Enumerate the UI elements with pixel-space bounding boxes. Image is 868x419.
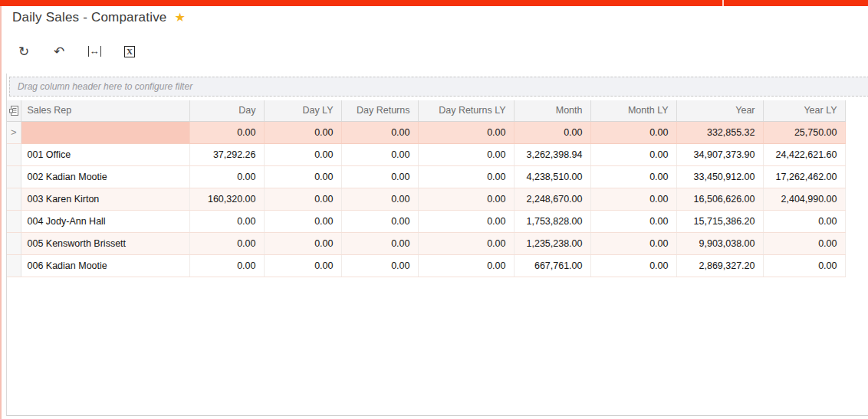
cell-year[interactable]: 332,855.32 — [676, 121, 763, 143]
favorite-star-icon[interactable]: ★ — [175, 11, 186, 24]
cell-monthLy[interactable]: 0.00 — [590, 143, 676, 165]
column-header-dayReturnsLy[interactable]: Day Returns LY — [418, 100, 514, 121]
cell-dayReturns[interactable]: 0.00 — [341, 165, 418, 188]
row-selector-cell[interactable] — [7, 143, 21, 165]
cell-day[interactable]: 0.00 — [189, 121, 264, 143]
table-row[interactable]: 005 Kensworth Brissett0.000.000.000.001,… — [7, 232, 845, 254]
cell-monthLy[interactable]: 0.00 — [590, 188, 676, 210]
cell-month[interactable]: 1,753,828.00 — [514, 210, 590, 232]
notes-column-header[interactable] — [7, 100, 21, 121]
row-selector-cell[interactable] — [7, 188, 21, 210]
cell-yearLy[interactable]: 0.00 — [763, 210, 845, 232]
cell-day[interactable]: 160,320.00 — [189, 188, 264, 210]
column-header-yearLy[interactable]: Year LY — [763, 100, 845, 121]
row-selector-cell[interactable] — [7, 210, 21, 232]
cell-month[interactable]: 3,262,398.94 — [514, 143, 590, 165]
cell-dayReturns[interactable]: 0.00 — [341, 254, 418, 277]
cell-dayLy[interactable]: 0.00 — [264, 210, 341, 232]
cell-salesRep[interactable] — [21, 121, 189, 143]
cell-dayReturnsLy[interactable]: 0.00 — [418, 121, 514, 143]
cell-dayLy[interactable]: 0.00 — [264, 143, 341, 165]
topbar-divider — [722, 0, 724, 6]
cell-year[interactable]: 34,907,373.90 — [676, 143, 763, 165]
cell-dayReturnsLy[interactable]: 0.00 — [418, 165, 514, 188]
fit-width-icon: ↔ — [88, 46, 101, 57]
cell-monthLy[interactable]: 0.00 — [590, 165, 676, 188]
cell-yearLy[interactable]: 17,262,462.00 — [763, 165, 845, 188]
table-row[interactable]: 003 Karen Kirton160,320.000.000.000.002,… — [7, 188, 845, 210]
cell-dayReturns[interactable]: 0.00 — [341, 188, 418, 210]
cell-day[interactable]: 0.00 — [189, 210, 264, 232]
cell-dayReturns[interactable]: 0.00 — [341, 210, 418, 232]
cell-yearLy[interactable]: 24,422,621.60 — [763, 143, 845, 165]
column-header-dayLy[interactable]: Day LY — [264, 100, 341, 121]
column-header-salesRep[interactable]: Sales Rep — [21, 100, 189, 121]
cancel-button[interactable]: ↶ — [51, 43, 67, 60]
cell-day[interactable]: 0.00 — [189, 254, 264, 277]
cell-salesRep[interactable]: 003 Karen Kirton — [21, 188, 189, 210]
cell-month[interactable]: 0.00 — [514, 121, 590, 143]
cell-salesRep[interactable]: 001 Office — [21, 143, 189, 165]
table-row[interactable]: 001 Office37,292.260.000.000.003,262,398… — [7, 143, 845, 165]
left-edge-strip — [0, 6, 2, 419]
row-selector-cell[interactable]: > — [7, 121, 21, 143]
filter-drop-zone[interactable]: Drag column header here to configure fil… — [9, 77, 868, 97]
table-row[interactable]: 002 Kadian Mootie0.000.000.000.004,238,5… — [7, 165, 845, 188]
grid-body: >0.000.000.000.000.000.00332,855.3225,75… — [7, 121, 845, 277]
cell-day[interactable]: 0.00 — [189, 165, 264, 188]
column-header-dayReturns[interactable]: Day Returns — [341, 100, 418, 121]
refresh-button[interactable]: ↻ — [15, 43, 32, 60]
cell-salesRep[interactable]: 006 Kadian Mootie — [21, 254, 189, 277]
cell-dayLy[interactable]: 0.00 — [264, 121, 341, 143]
cell-monthLy[interactable]: 0.00 — [590, 210, 676, 232]
cell-dayLy[interactable]: 0.00 — [264, 254, 341, 277]
column-header-monthLy[interactable]: Month LY — [590, 100, 676, 121]
toolbar: ↻ ↶ ↔ X — [15, 43, 138, 60]
grid-frame: Drag column header here to configure fil… — [6, 74, 868, 416]
cell-dayLy[interactable]: 0.00 — [264, 165, 341, 188]
cell-yearLy[interactable]: 0.00 — [763, 254, 845, 277]
cell-dayReturnsLy[interactable]: 0.00 — [418, 254, 514, 277]
cell-dayReturnsLy[interactable]: 0.00 — [418, 210, 514, 232]
cell-year[interactable]: 9,903,038.00 — [676, 232, 763, 254]
row-selector-cell[interactable] — [7, 254, 21, 277]
cell-salesRep[interactable]: 002 Kadian Mootie — [21, 165, 189, 188]
export-to-excel-button[interactable]: X — [121, 43, 138, 60]
cell-dayLy[interactable]: 0.00 — [264, 232, 341, 254]
row-selector-cell[interactable] — [7, 232, 21, 254]
cell-day[interactable]: 0.00 — [189, 232, 264, 254]
undo-icon: ↶ — [54, 45, 64, 58]
column-header-month[interactable]: Month — [514, 100, 590, 121]
column-header-year[interactable]: Year — [676, 100, 763, 121]
cell-dayReturns[interactable]: 0.00 — [341, 121, 418, 143]
cell-yearLy[interactable]: 0.00 — [763, 232, 845, 254]
row-selector-cell[interactable] — [7, 165, 21, 188]
fit-to-screen-button[interactable]: ↔ — [86, 43, 103, 60]
cell-day[interactable]: 37,292.26 — [189, 143, 264, 165]
cell-year[interactable]: 15,715,386.20 — [676, 210, 763, 232]
cell-dayReturnsLy[interactable]: 0.00 — [418, 188, 514, 210]
cell-year[interactable]: 2,869,327.20 — [676, 254, 763, 277]
cell-dayLy[interactable]: 0.00 — [264, 188, 341, 210]
cell-year[interactable]: 33,450,912.00 — [676, 165, 763, 188]
cell-monthLy[interactable]: 0.00 — [590, 254, 676, 277]
table-row[interactable]: >0.000.000.000.000.000.00332,855.3225,75… — [7, 121, 845, 143]
cell-month[interactable]: 2,248,670.00 — [514, 188, 590, 210]
cell-dayReturns[interactable]: 0.00 — [341, 232, 418, 254]
cell-salesRep[interactable]: 004 Jody-Ann Hall — [21, 210, 189, 232]
cell-year[interactable]: 16,506,626.00 — [676, 188, 763, 210]
table-row[interactable]: 004 Jody-Ann Hall0.000.000.000.001,753,8… — [7, 210, 845, 232]
cell-month[interactable]: 1,235,238.00 — [514, 232, 590, 254]
cell-dayReturnsLy[interactable]: 0.00 — [418, 232, 514, 254]
cell-month[interactable]: 667,761.00 — [514, 254, 590, 277]
cell-salesRep[interactable]: 005 Kensworth Brissett — [21, 232, 189, 254]
cell-monthLy[interactable]: 0.00 — [590, 232, 676, 254]
cell-dayReturnsLy[interactable]: 0.00 — [418, 143, 514, 165]
column-header-day[interactable]: Day — [189, 100, 264, 121]
cell-month[interactable]: 4,238,510.00 — [514, 165, 590, 188]
cell-yearLy[interactable]: 2,404,990.00 — [763, 188, 845, 210]
cell-monthLy[interactable]: 0.00 — [590, 121, 676, 143]
table-row[interactable]: 006 Kadian Mootie0.000.000.000.00667,761… — [7, 254, 845, 277]
cell-dayReturns[interactable]: 0.00 — [341, 143, 418, 165]
cell-yearLy[interactable]: 25,750.00 — [763, 121, 845, 143]
